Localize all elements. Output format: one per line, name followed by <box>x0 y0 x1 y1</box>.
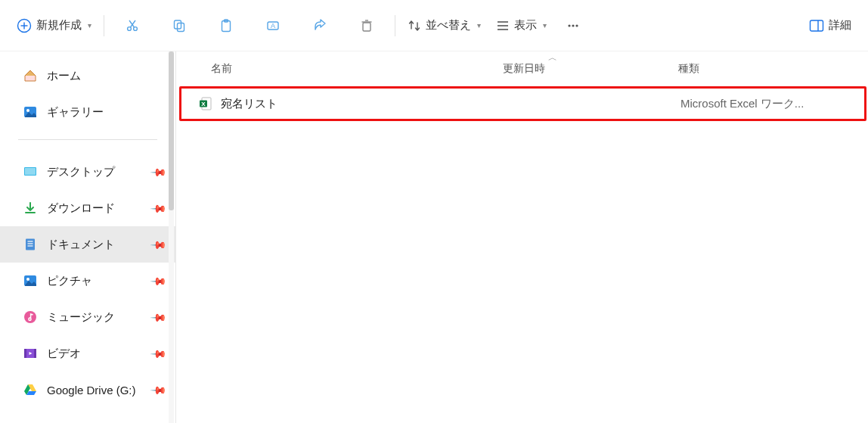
detail-button-label: 詳細 <box>829 18 851 33</box>
pin-icon: 📌 <box>150 163 167 180</box>
delete-button[interactable] <box>351 10 383 42</box>
svg-rect-27 <box>25 168 36 175</box>
column-header-type[interactable]: 種類 <box>678 62 868 76</box>
cut-button[interactable] <box>116 10 148 42</box>
svg-rect-22 <box>811 20 823 31</box>
excel-file-icon: X <box>198 96 213 111</box>
detail-pane-icon <box>809 19 824 33</box>
scissors-icon <box>125 18 140 33</box>
sort-button[interactable]: 並べ替え ▾ <box>400 14 488 37</box>
copy-icon <box>172 18 187 33</box>
gallery-icon <box>23 104 38 120</box>
music-icon <box>23 309 38 325</box>
sidebar-item-gallery[interactable]: ギャラリー <box>0 94 175 130</box>
desktop-icon <box>23 164 38 179</box>
document-icon <box>23 237 38 252</box>
scrollbar-thumb[interactable] <box>169 51 174 210</box>
view-button-label: 表示 <box>514 18 537 33</box>
separator <box>18 139 157 140</box>
rename-icon: A <box>265 18 281 33</box>
sidebar-item-documents[interactable]: ドキュメント 📌 <box>0 226 175 263</box>
rename-button[interactable]: A <box>257 10 289 42</box>
svg-point-4 <box>134 26 138 30</box>
svg-point-21 <box>575 24 578 26</box>
pin-icon: 📌 <box>150 308 167 325</box>
sidebar-item-home[interactable]: ホーム <box>0 58 175 94</box>
svg-rect-29 <box>26 239 35 250</box>
more-icon <box>566 18 581 33</box>
svg-point-25 <box>26 109 29 112</box>
new-button[interactable]: 新規作成 ▾ <box>9 14 99 38</box>
sidebar-item-desktop[interactable]: デスクトップ 📌 <box>0 154 175 190</box>
sidebar-item-label: ピクチャ <box>47 274 92 288</box>
sort-button-label: 並べ替え <box>426 18 471 33</box>
chevron-down-icon: ▾ <box>543 21 547 30</box>
sidebar-item-videos[interactable]: ビデオ 📌 <box>0 335 175 372</box>
copy-button[interactable] <box>163 10 195 42</box>
pin-icon: 📌 <box>150 235 167 253</box>
sidebar-item-gdrive[interactable]: Google Drive (G:) 📌 <box>0 372 175 408</box>
svg-text:A: A <box>271 22 275 30</box>
sort-caret-icon: ︿ <box>548 51 557 64</box>
share-icon <box>312 18 327 33</box>
sidebar-item-music[interactable]: ミュージック 📌 <box>0 299 175 335</box>
column-header-name[interactable]: 名前 <box>176 62 503 76</box>
sidebar-item-pictures[interactable]: ピクチャ 📌 <box>0 263 175 299</box>
column-header-date[interactable]: 更新日時 <box>503 62 678 76</box>
share-button[interactable] <box>304 10 336 42</box>
sidebar-item-downloads[interactable]: ダウンロード 📌 <box>0 190 175 226</box>
svg-text:X: X <box>201 101 206 107</box>
svg-point-34 <box>26 278 29 281</box>
paste-button[interactable] <box>210 10 242 42</box>
file-row[interactable]: X 宛名リスト Microsoft Excel ワーク... <box>181 96 864 111</box>
file-name-text: 宛名リスト <box>221 97 277 111</box>
sidebar-item-label: ダウンロード <box>47 201 115 216</box>
video-icon <box>23 346 38 361</box>
svg-point-3 <box>128 26 132 30</box>
toolbar: 新規作成 ▾ A 並べ替え ▾ 表示 ▾ 詳細 <box>0 0 868 51</box>
sidebar-item-label: デスクトップ <box>47 165 115 179</box>
chevron-down-icon: ▾ <box>477 21 481 30</box>
more-button[interactable] <box>557 10 589 42</box>
file-type-text: Microsoft Excel ワーク... <box>680 97 864 111</box>
svg-rect-38 <box>34 349 36 358</box>
list-icon <box>496 19 510 33</box>
svg-rect-13 <box>363 23 370 31</box>
trash-icon <box>359 18 374 33</box>
svg-point-19 <box>568 24 570 26</box>
pin-icon: 📌 <box>150 344 167 362</box>
highlighted-file-row: X 宛名リスト Microsoft Excel ワーク... <box>179 86 866 121</box>
pin-icon: 📌 <box>150 381 167 398</box>
sort-icon <box>408 19 421 33</box>
clipboard-icon <box>219 18 234 33</box>
pictures-icon <box>23 273 38 288</box>
home-icon <box>23 68 38 83</box>
chevron-down-icon: ▾ <box>88 21 91 30</box>
column-headers: ︿ 名前 更新日時 種類 <box>176 51 868 86</box>
svg-rect-37 <box>24 349 26 358</box>
sidebar-item-label: ホーム <box>47 69 81 83</box>
sidebar-item-label: Google Drive (G:) <box>47 384 136 397</box>
separator <box>395 15 395 36</box>
new-button-label: 新規作成 <box>36 18 82 33</box>
pin-icon: 📌 <box>150 272 167 289</box>
sidebar-item-label: ドキュメント <box>47 238 115 252</box>
detail-button[interactable]: 詳細 <box>801 14 859 37</box>
sidebar-item-label: ビデオ <box>47 347 81 361</box>
download-icon <box>23 201 38 216</box>
sidebar-item-label: ミュージック <box>47 310 115 325</box>
sidebar-item-label: ギャラリー <box>47 105 104 120</box>
view-button[interactable]: 表示 ▾ <box>488 14 554 37</box>
file-list-pane: ︿ 名前 更新日時 種類 X 宛名リスト Microsoft Excel ワーク… <box>176 51 868 423</box>
plus-circle-icon <box>17 18 32 33</box>
gdrive-icon <box>23 382 38 397</box>
separator <box>104 15 104 36</box>
sidebar: ホーム ギャラリー デスクトップ 📌 ダウンロード 📌 ドキュメント 📌 ピクチ… <box>0 51 175 423</box>
svg-point-20 <box>572 24 574 26</box>
pin-icon: 📌 <box>150 199 167 216</box>
